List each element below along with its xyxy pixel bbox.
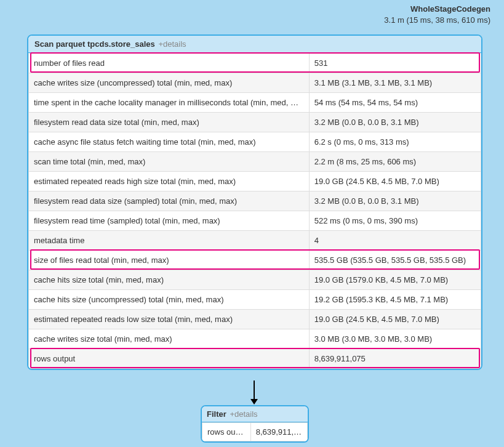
table-row: metadata time4 xyxy=(29,231,481,251)
metric-key: time spent in the cache locality manager… xyxy=(29,93,310,113)
metric-key: cache writes size (uncompressed) total (… xyxy=(29,73,310,93)
metric-value: 19.0 GB (1579.0 KB, 4.5 MB, 7.0 MB) xyxy=(309,270,481,290)
table-row: estimated repeated reads low size total … xyxy=(29,310,481,329)
table-row: cache writes size total (min, med, max)3… xyxy=(29,329,481,349)
metric-key: cache async file status fetch waiting ti… xyxy=(29,132,310,152)
metric-key: size of files read total (min, med, max) xyxy=(29,251,310,270)
filter-metrics-table: rows output 8,639,911,075 xyxy=(202,422,308,441)
filter-node: Filter +details rows output 8,639,911,07… xyxy=(201,405,309,443)
metric-value: 8,639,911,075 xyxy=(250,423,307,441)
metric-value: 4 xyxy=(309,231,481,251)
metric-key: rows output xyxy=(29,349,310,369)
table-row: rows output 8,639,911,075 xyxy=(202,423,308,441)
scan-header[interactable]: Scan parquet tpcds.store_sales +details xyxy=(28,36,481,53)
metric-key: cache hits size total (min, med, max) xyxy=(29,270,310,290)
codegen-summary: WholeStageCodegen 3.1 m (15 ms, 38 ms, 6… xyxy=(384,4,490,25)
table-row: size of files read total (min, med, max)… xyxy=(29,251,481,270)
metric-value: 8,639,911,075 xyxy=(309,349,481,369)
metric-key: metadata time xyxy=(29,231,310,251)
metric-value: 3.1 MB (3.1 MB, 3.1 MB, 3.1 MB) xyxy=(309,73,481,93)
metric-value: 2.2 m (8 ms, 25 ms, 606 ms) xyxy=(309,152,481,172)
metric-value: 3.2 MB (0.0 B, 0.0 B, 3.1 MB) xyxy=(309,191,481,211)
metric-key: cache hits size (uncompressed) total (mi… xyxy=(29,290,310,310)
codegen-subtitle: 3.1 m (15 ms, 38 ms, 610 ms) xyxy=(384,15,490,26)
metric-value: 522 ms (0 ms, 0 ms, 390 ms) xyxy=(309,211,481,231)
metric-key: filesystem read time (sampled) total (mi… xyxy=(29,211,310,231)
table-row: cache hits size (uncompressed) total (mi… xyxy=(29,290,481,310)
table-row: time spent in the cache locality manager… xyxy=(29,93,481,113)
metric-value: 54 ms (54 ms, 54 ms, 54 ms) xyxy=(309,93,481,113)
flow-arrow xyxy=(254,381,255,404)
scan-title: Scan parquet tpcds.store_sales xyxy=(34,39,155,49)
table-row: cache writes size (uncompressed) total (… xyxy=(29,73,481,93)
table-row: scan time total (min, med, max)2.2 m (8 … xyxy=(29,152,481,172)
metric-key: number of files read xyxy=(29,54,310,73)
table-row: filesystem read data size (sampled) tota… xyxy=(29,191,481,211)
metric-value: 19.2 GB (1595.3 KB, 4.5 MB, 7.1 MB) xyxy=(309,290,481,310)
scan-node: Scan parquet tpcds.store_sales +details … xyxy=(27,34,482,370)
table-row: cache async file status fetch waiting ti… xyxy=(29,132,481,152)
metric-value: 19.0 GB (24.5 KB, 4.5 MB, 7.0 MB) xyxy=(309,172,481,191)
table-row: cache hits size total (min, med, max)19.… xyxy=(29,270,481,290)
metric-value: 6.2 s (0 ms, 0 ms, 313 ms) xyxy=(309,132,481,152)
metric-value: 3.0 MB (3.0 MB, 3.0 MB, 3.0 MB) xyxy=(309,329,481,349)
table-row: estimated repeated reads high size total… xyxy=(29,172,481,191)
filter-title: Filter xyxy=(207,409,226,419)
table-row: rows output8,639,911,075 xyxy=(29,349,481,369)
table-row: number of files read531 xyxy=(29,54,481,73)
metric-key: cache writes size total (min, med, max) xyxy=(29,329,310,349)
metric-key: filesystem read data size total (min, me… xyxy=(29,113,310,132)
metric-value: 531 xyxy=(309,54,481,73)
metric-value: 19.0 GB (24.5 KB, 4.5 MB, 7.0 MB) xyxy=(309,310,481,329)
metric-key: scan time total (min, med, max) xyxy=(29,152,310,172)
metric-value: 535.5 GB (535.5 GB, 535.5 GB, 535.5 GB) xyxy=(309,251,481,270)
filter-details-toggle[interactable]: +details xyxy=(230,409,257,419)
scan-metrics-table: number of files read531cache writes size… xyxy=(28,53,481,369)
metric-value: 3.2 MB (0.0 B, 0.0 B, 3.1 MB) xyxy=(309,113,481,132)
metric-key: filesystem read data size (sampled) tota… xyxy=(29,191,310,211)
metric-key: rows output xyxy=(202,423,251,441)
codegen-title: WholeStageCodegen xyxy=(384,4,490,15)
filter-header[interactable]: Filter +details xyxy=(202,406,308,422)
scan-details-toggle[interactable]: +details xyxy=(158,39,186,49)
table-row: filesystem read time (sampled) total (mi… xyxy=(29,211,481,231)
table-row: filesystem read data size total (min, me… xyxy=(29,113,481,132)
metric-key: estimated repeated reads low size total … xyxy=(29,310,310,329)
metric-key: estimated repeated reads high size total… xyxy=(29,172,310,191)
